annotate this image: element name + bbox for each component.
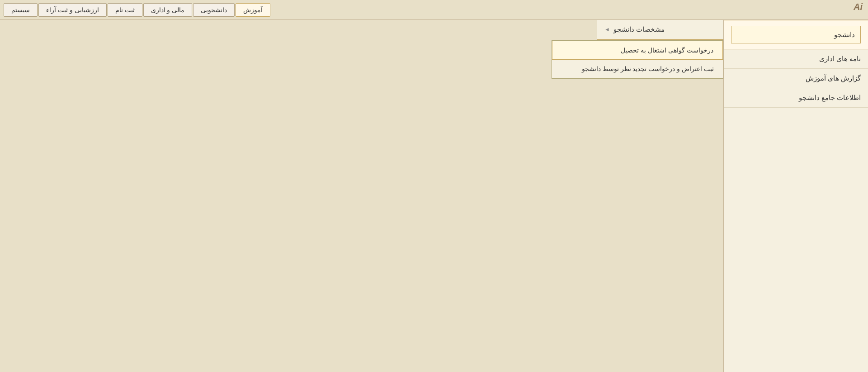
arrow-icon-moshakhasat: ◄ [604,26,610,33]
dropdown-item-guvahi[interactable]: درخواست گواهی اشتغال به تحصیل [552,41,723,60]
top-navigation: آموزش دانشجویی مالی و اداری ثبت نام ارزش… [0,0,868,20]
middle-item-moshakhasat[interactable]: مشخصات دانشجو ◄ [597,20,723,39]
daneshjoo-input[interactable] [731,26,861,43]
right-sidebar: نامه های اداری گزارش های آموزش اطلاعات ج… [723,20,868,372]
nav-tab-amoozesh[interactable]: آموزش [236,3,270,17]
nav-tab-sabt-nam[interactable]: ثبت نام [108,3,142,17]
nav-tab-mali[interactable]: مالی و اداری [143,3,193,17]
sidebar-item-daneshjoo[interactable] [724,20,868,49]
dropdown-panel: درخواست گواهی اشتغال به تحصیل ثبت اعتراض… [552,40,723,79]
main-content: نامه های اداری گزارش های آموزش اطلاعات ج… [0,20,868,372]
sidebar-item-gozaresh[interactable]: گزارش های آموزش [724,69,868,88]
brand-text: Ai [854,2,863,12]
nav-tab-system[interactable]: سیستم [4,3,38,17]
brand-logo: Ai [848,0,868,14]
nav-tab-arzeshyabi[interactable]: ارزشیابی و ثبت آراء [38,3,107,17]
dropdown-item-eteraz[interactable]: ثبت اعتراض و درخواست تجدید نظر توسط دانش… [552,60,723,78]
nav-tab-daneshjooee[interactable]: دانشجویی [193,3,235,17]
sidebar-item-name-hay-edari[interactable]: نامه های اداری [724,49,868,69]
sidebar-item-ettelaat[interactable]: اطلاعات جامع دانشجو [724,88,868,108]
